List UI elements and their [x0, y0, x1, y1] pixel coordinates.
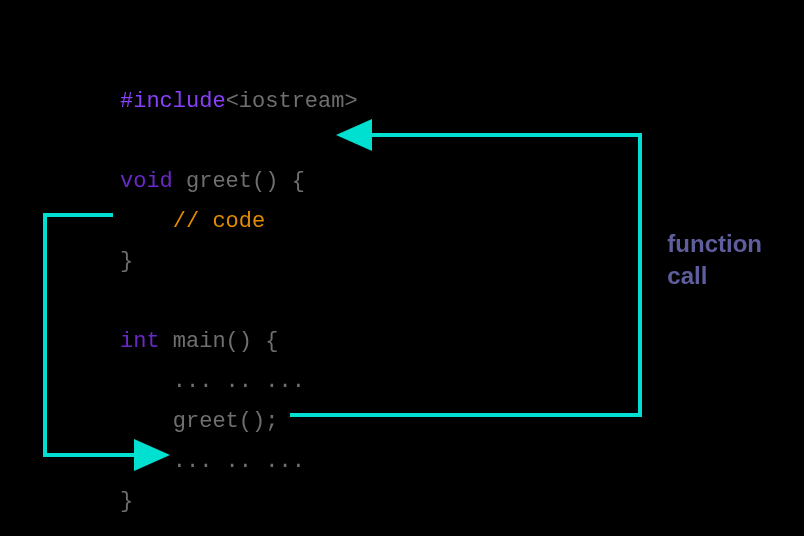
annotation-line2: call: [667, 260, 762, 292]
comment-code: // code: [173, 209, 265, 234]
indent: [120, 369, 173, 394]
brace-open-main: {: [265, 329, 278, 354]
indent: [120, 209, 173, 234]
brace-close: }: [120, 249, 133, 274]
preproc-include: #include: [120, 89, 226, 114]
brace-open: {: [292, 169, 305, 194]
fn-main-decl: main(): [160, 329, 266, 354]
ellipsis-after: ... .. ...: [173, 449, 305, 474]
ellipsis-before: ... .. ...: [173, 369, 305, 394]
annotation-function-call: function call: [667, 228, 762, 292]
kw-void: void: [120, 169, 173, 194]
fn-greet-decl: greet(): [173, 169, 292, 194]
header-iostream: <iostream>: [226, 89, 358, 114]
brace-close-main: }: [120, 489, 133, 514]
indent: [120, 449, 173, 474]
code-block: #include<iostream> void greet() { // cod…: [120, 42, 358, 522]
fn-greet-call: greet();: [173, 409, 279, 434]
annotation-line1: function: [667, 228, 762, 260]
kw-int: int: [120, 329, 160, 354]
indent: [120, 409, 173, 434]
